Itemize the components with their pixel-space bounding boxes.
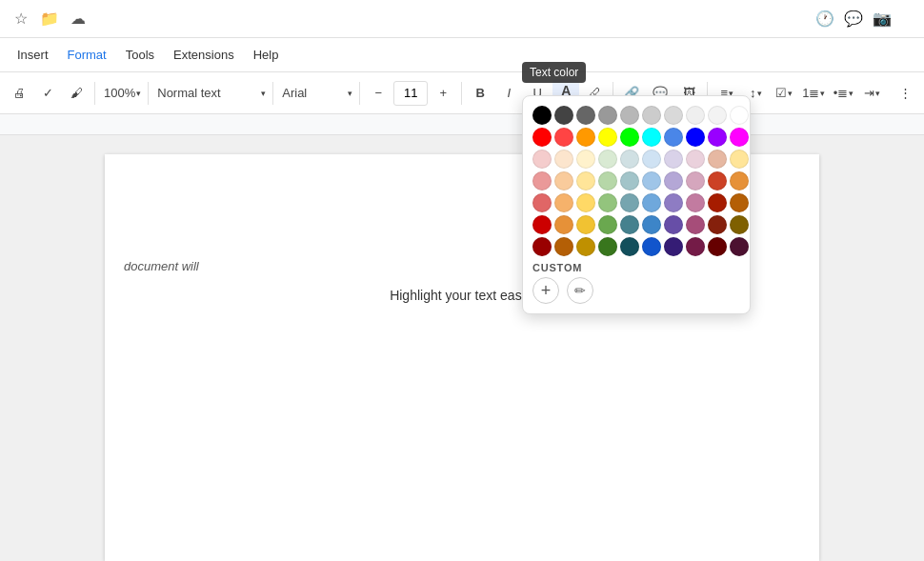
color-swatch-1-1[interactable] (554, 128, 573, 147)
color-swatch-4-5[interactable] (642, 193, 661, 212)
color-swatch-2-9[interactable] (730, 150, 749, 169)
color-swatch-4-9[interactable] (730, 193, 749, 212)
style-dropdown[interactable]: Normal text ▾ (153, 79, 268, 108)
color-swatch-1-6[interactable] (664, 128, 683, 147)
menu-item-help[interactable]: Help (244, 44, 289, 66)
color-swatch-5-6[interactable] (664, 215, 683, 234)
color-swatch-6-4[interactable] (620, 237, 639, 256)
menu-item-tools[interactable]: Tools (116, 44, 164, 66)
color-swatch-1-0[interactable] (532, 128, 552, 147)
color-swatch-3-6[interactable] (664, 171, 683, 190)
color-swatch-6-5[interactable] (642, 237, 661, 256)
italic-button[interactable]: I (495, 79, 522, 108)
color-swatch-3-7[interactable] (686, 171, 705, 190)
color-swatch-1-2[interactable] (576, 128, 595, 147)
font-size-increase-button[interactable]: + (430, 79, 456, 108)
color-swatch-2-1[interactable] (554, 150, 573, 169)
color-swatch-0-1[interactable] (554, 106, 573, 125)
color-swatch-1-7[interactable] (686, 128, 705, 147)
color-swatch-2-8[interactable] (708, 150, 727, 169)
comment-icon[interactable]: 💬 (840, 6, 867, 32)
color-swatch-6-6[interactable] (664, 237, 683, 256)
color-swatch-5-7[interactable] (686, 215, 705, 234)
color-swatch-5-8[interactable] (708, 215, 727, 234)
custom-row: + ✏ (532, 277, 740, 304)
spelling-button[interactable]: ✓ (34, 79, 61, 108)
unordered-list-dropdown[interactable]: •≣ ▾ (829, 79, 855, 108)
color-swatch-5-2[interactable] (576, 215, 595, 234)
color-swatch-0-9[interactable] (730, 106, 749, 125)
color-swatch-3-4[interactable] (620, 171, 639, 190)
font-size-decrease-button[interactable]: − (365, 79, 392, 108)
color-swatch-0-6[interactable] (664, 106, 683, 125)
color-swatch-1-9[interactable] (730, 128, 749, 147)
font-size-input[interactable]: 11 (393, 81, 428, 106)
color-swatch-4-4[interactable] (620, 193, 639, 212)
more-button[interactable]: ⋮ (892, 79, 918, 108)
color-swatch-5-1[interactable] (554, 215, 573, 234)
color-swatch-3-8[interactable] (708, 171, 727, 190)
color-swatch-0-2[interactable] (576, 106, 595, 125)
color-swatch-3-5[interactable] (642, 171, 661, 190)
color-swatch-4-1[interactable] (554, 193, 573, 212)
color-swatch-2-5[interactable] (642, 150, 661, 169)
color-swatch-5-9[interactable] (730, 215, 749, 234)
videocam-icon[interactable]: 📷 (869, 6, 895, 32)
color-swatch-2-7[interactable] (686, 150, 705, 169)
bold-button[interactable]: B (467, 79, 493, 108)
pick-color-button[interactable]: ✏ (567, 277, 593, 304)
color-swatch-3-0[interactable] (532, 171, 552, 190)
color-swatch-0-7[interactable] (686, 106, 705, 125)
font-dropdown[interactable]: Arial ▾ (278, 79, 354, 108)
color-swatch-0-4[interactable] (620, 106, 639, 125)
color-swatch-0-5[interactable] (642, 106, 661, 125)
color-swatch-6-2[interactable] (576, 237, 595, 256)
color-swatch-4-2[interactable] (576, 193, 595, 212)
color-swatch-4-7[interactable] (686, 193, 705, 212)
color-swatch-4-8[interactable] (708, 193, 727, 212)
color-swatch-1-8[interactable] (708, 128, 727, 147)
folder-icon[interactable]: 📁 (36, 6, 63, 32)
star-icon[interactable]: ☆ (8, 6, 34, 32)
color-swatch-5-3[interactable] (598, 215, 617, 234)
cloud-icon[interactable]: ☁ (65, 6, 91, 32)
color-swatch-0-0[interactable] (532, 106, 552, 125)
color-swatch-4-3[interactable] (598, 193, 617, 212)
color-swatch-4-6[interactable] (664, 193, 683, 212)
color-swatch-6-1[interactable] (554, 237, 573, 256)
color-swatch-6-9[interactable] (730, 237, 749, 256)
menu-item-format[interactable]: Format (58, 44, 116, 66)
paint-format-button[interactable]: 🖌 (63, 79, 90, 108)
zoom-dropdown[interactable]: 100% ▾ (100, 79, 143, 108)
color-swatch-2-3[interactable] (598, 150, 617, 169)
color-swatch-1-3[interactable] (598, 128, 617, 147)
ordered-list-dropdown[interactable]: 1≣ ▾ (798, 79, 827, 108)
color-swatch-2-0[interactable] (532, 150, 552, 169)
print-button[interactable]: 🖨 (6, 79, 32, 108)
color-swatch-0-8[interactable] (708, 106, 727, 125)
color-swatch-5-5[interactable] (642, 215, 661, 234)
color-swatch-6-8[interactable] (708, 237, 727, 256)
color-swatch-3-9[interactable] (730, 171, 749, 190)
color-swatch-3-1[interactable] (554, 171, 573, 190)
color-swatch-1-4[interactable] (620, 128, 639, 147)
color-swatch-5-0[interactable] (532, 215, 552, 234)
add-custom-color-button[interactable]: + (532, 277, 559, 304)
checklist-dropdown[interactable]: ☑ ▾ (770, 79, 796, 108)
indent-dropdown[interactable]: ⇥ ▾ (857, 79, 884, 108)
color-swatch-6-7[interactable] (686, 237, 705, 256)
menu-item-insert[interactable]: Insert (8, 44, 58, 66)
color-swatch-2-4[interactable] (620, 150, 639, 169)
color-swatch-6-0[interactable] (532, 237, 552, 256)
color-swatch-1-5[interactable] (642, 128, 661, 147)
color-swatch-3-2[interactable] (576, 171, 595, 190)
color-swatch-0-3[interactable] (598, 106, 617, 125)
color-swatch-3-3[interactable] (598, 171, 617, 190)
color-swatch-2-2[interactable] (576, 150, 595, 169)
history-icon[interactable]: 🕐 (812, 6, 838, 32)
color-swatch-5-4[interactable] (620, 215, 639, 234)
color-swatch-4-0[interactable] (532, 193, 552, 212)
color-swatch-2-6[interactable] (664, 150, 683, 169)
color-swatch-6-3[interactable] (598, 237, 617, 256)
menu-item-extensions[interactable]: Extensions (164, 44, 244, 66)
